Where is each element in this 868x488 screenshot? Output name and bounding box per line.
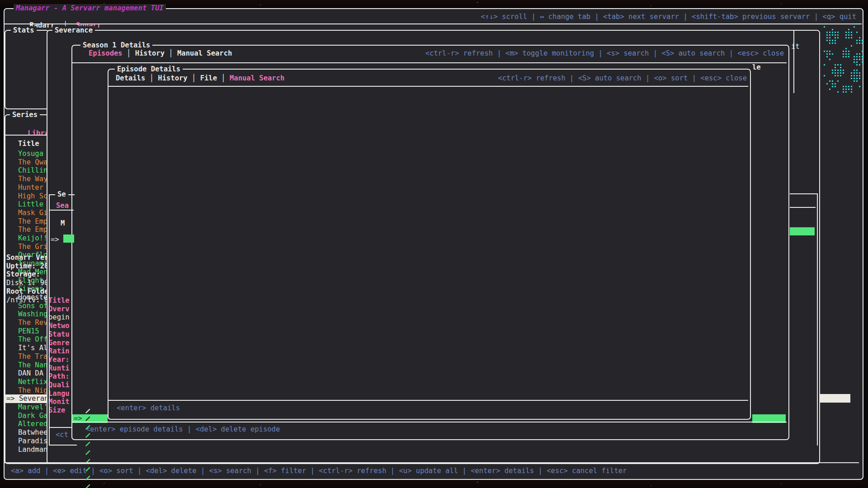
series-list-item[interactable]: The Gri [18, 243, 47, 251]
season-tab-divider [72, 62, 787, 63]
series-list-item[interactable]: DAN DA [18, 369, 43, 378]
episode-tab-bar: Details │ History │ File │ Manual Search [116, 74, 284, 83]
episode-details-panel [108, 69, 751, 420]
season-tab-episodes[interactable]: Episodes [89, 49, 123, 57]
selected-series-right-highlight [820, 394, 850, 403]
popup-fragment-left-border [49, 194, 50, 446]
stats-line: Uptime: 28 [6, 262, 48, 271]
episode-keybind-bar: <ctrl-r> refresh | <S> auto search | <o>… [498, 74, 747, 83]
tab-separator: │ [145, 74, 158, 82]
series-detail-field-label: Size [48, 406, 65, 415]
series-list-item[interactable]: Batwhee [18, 428, 47, 437]
popup-fragment-top-border-right [790, 193, 818, 194]
season-tab-history[interactable]: History [135, 49, 165, 57]
tab-separator: │ [165, 49, 177, 57]
series-tab-divider [5, 135, 47, 136]
series-detail-field-label: Year: [48, 356, 70, 364]
series-list-item[interactable]: Altered [18, 420, 47, 428]
series-list-item[interactable]: High Sc [18, 192, 47, 201]
series-list-item[interactable]: The Nig [18, 386, 47, 395]
series-list-item[interactable]: Paradis [18, 437, 47, 446]
popup-fragment-bottom-border [49, 445, 77, 446]
series-list-item-selected[interactable]: => Severan [5, 394, 48, 403]
series-list-item[interactable]: Chillin [18, 166, 47, 175]
series-detail-field-label: Ratin [48, 347, 70, 356]
episode-footer-divider [108, 400, 748, 401]
series-detail-field-label: Statu [48, 330, 70, 339]
series-list-item[interactable]: Yosuga [18, 150, 43, 158]
stats-line: Storage: [6, 270, 40, 279]
popup-fragment-selected-bar [63, 235, 74, 243]
series-list-item[interactable]: Landman [18, 446, 47, 454]
series-list-item[interactable]: Washing [18, 310, 47, 319]
series-column-header: Title [18, 140, 39, 148]
popup-fragment-progress-bar [790, 227, 815, 235]
series-details-text-fragment: it [791, 42, 800, 51]
pencil-icon [85, 449, 91, 455]
series-list-item[interactable]: The Tra [18, 352, 47, 361]
stats-line: Disk 1: 90 [6, 279, 48, 287]
season-footer-keybinds: <enter> episode details | <del> delete e… [86, 425, 280, 434]
popup-fragment-divider [50, 210, 74, 211]
stats-panel-title: Stats [11, 26, 37, 35]
popup-fragment-row-marker: => [51, 235, 59, 244]
episode-tab-file[interactable]: File [200, 74, 217, 82]
poster-art-dots [824, 26, 825, 28]
managarr-tui-screen: Managarr - A Servarr management TUI Rada… [0, 0, 868, 488]
pencil-icon [85, 483, 91, 488]
series-list-item[interactable]: Dark Ga [18, 412, 47, 420]
series-detail-field-label: Langu [48, 389, 70, 398]
series-detail-field-label: Monit [48, 398, 70, 406]
header-divider [4, 23, 862, 24]
series-list-item[interactable]: Netflix [18, 378, 47, 386]
season-keybind-bar: <ctrl-r> refresh | <m> toggle monitoring… [425, 49, 784, 58]
series-list-item[interactable]: PEN15 [18, 327, 39, 336]
series-list-item[interactable]: Marvel' [18, 403, 47, 412]
series-detail-field-label: Title [48, 296, 70, 305]
bottom-keybind-bar: <a> add | <e> edit | <o> sort | <del> de… [11, 467, 627, 475]
series-detail-field-label: Overv [48, 305, 70, 314]
series-detail-field-label: begin [48, 313, 70, 322]
season-panel-title: Season 1 Details [80, 41, 152, 50]
wallpaper-bottom [0, 480, 868, 488]
episode-tab-history[interactable]: History [158, 74, 187, 82]
series-list-item[interactable]: Keijo!! [18, 234, 47, 243]
app-title: Managarr - A Servarr management TUI [14, 4, 166, 13]
season-tab-bar: Episodes │ History │ Manual Search [89, 49, 232, 58]
series-detail-field-label: Netwo [48, 322, 70, 330]
series-details-title: Severance [52, 26, 95, 35]
tab-separator: │ [217, 74, 230, 82]
series-list-item[interactable]: Hunter [18, 183, 43, 192]
series-list-item[interactable]: The Rev [18, 319, 47, 327]
episode-footer-keybinds: <enter> details [117, 404, 180, 413]
popup-fragment-title: Se [55, 190, 68, 199]
series-list-item[interactable]: The Qwa [18, 158, 47, 167]
pencil-icon [85, 415, 91, 422]
series-list-item[interactable]: Mask Gi [18, 209, 47, 217]
stats-line: /nfs/tv: 8 [6, 296, 48, 305]
series-list-item[interactable]: The Nan [18, 361, 47, 370]
series-list-item[interactable]: The Emp [18, 225, 47, 234]
tab-separator: │ [188, 74, 200, 82]
stats-line: Sonarr Ver [6, 253, 48, 262]
season-gauge-header-fragment: le [752, 63, 761, 72]
series-list-item[interactable]: The Off [18, 335, 47, 344]
popup-fragment-header: M [61, 219, 65, 228]
episode-tab-manual-search[interactable]: Manual Search [230, 74, 284, 82]
pencil-icon [85, 441, 91, 447]
series-list-item[interactable]: The Emp [18, 217, 47, 226]
series-detail-field-label: Genre [48, 339, 70, 347]
series-list-item[interactable]: Little [18, 200, 43, 209]
monitored-column-header-icon [85, 408, 91, 414]
bottom-divider [5, 462, 859, 463]
episode-tab-details[interactable]: Details [116, 74, 145, 82]
popup-fragment-right-border [817, 193, 818, 446]
border-fragment-a [793, 30, 794, 93]
series-list-item[interactable]: The Way [18, 175, 47, 183]
episode-tab-divider [108, 86, 748, 87]
season-tab-manual-search[interactable]: Manual Search [177, 49, 232, 57]
popup-fragment-keybind: <ct [56, 431, 68, 439]
stats-line: Root Folde [6, 287, 48, 296]
series-panel-title: Series [10, 111, 40, 119]
series-list-item[interactable]: It's Al [18, 344, 47, 352]
